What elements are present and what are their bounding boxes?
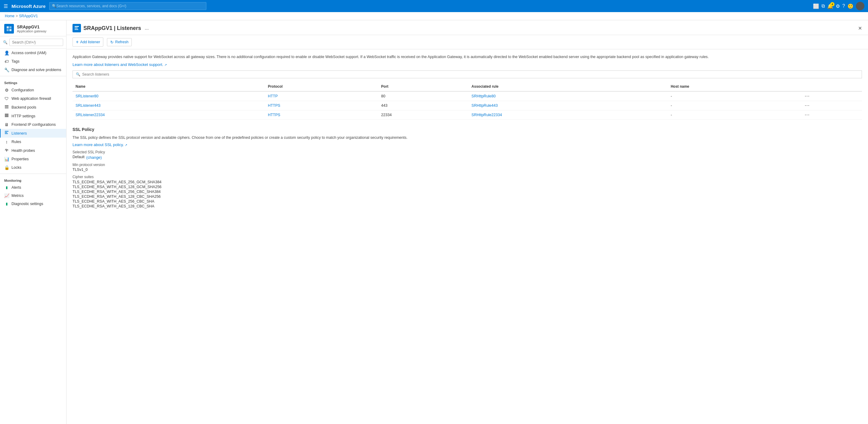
cell-port: 80 — [378, 91, 469, 101]
refresh-button[interactable]: ↻ Refresh — [107, 38, 132, 46]
cell-actions: ··· — [802, 101, 862, 110]
close-button[interactable]: ✕ — [858, 25, 862, 31]
sidebar-search-input[interactable] — [9, 39, 63, 46]
rule-link[interactable]: SRHttpRule80 — [472, 94, 496, 98]
sidebar: SRAppGV1 Application gateway 🔍 👤 Access … — [0, 20, 66, 424]
sidebar-item-diagnostic-settings[interactable]: ▮ Diagnostic settings — [0, 200, 66, 208]
page-title-text: SRAppGV1 | Listeners — [83, 25, 141, 31]
global-search-box[interactable]: 🔍 — [49, 2, 206, 10]
row-more-button[interactable]: ··· — [805, 104, 810, 108]
sidebar-item-alerts[interactable]: ▮ Alerts — [0, 183, 66, 192]
listener-name-link[interactable]: SRListener443 — [75, 104, 101, 108]
cipher-item: TLS_ECDHE_RSA_WITH_AES_256_CBC_SHA — [72, 199, 862, 204]
access-control-icon: 👤 — [4, 51, 9, 55]
listener-name-link[interactable]: SRListener80 — [75, 94, 98, 98]
sidebar-item-label: Frontend IP configurations — [11, 122, 56, 127]
cell-name: SRListener22334 — [72, 110, 265, 119]
cell-hostname: - — [668, 91, 802, 101]
ssl-policy-title: SSL Policy — [72, 127, 862, 132]
sidebar-search-box[interactable]: 🔍 — [0, 36, 66, 49]
sidebar-item-tags[interactable]: 🏷 Tags — [0, 57, 66, 66]
svg-rect-15 — [74, 28, 78, 28]
sidebar-item-listeners[interactable]: Listeners — [0, 129, 66, 138]
min-proto-label: Min protocol version — [72, 163, 862, 167]
configuration-icon: ⚙ — [4, 88, 9, 92]
sidebar-item-properties[interactable]: 📊 Properties — [0, 155, 66, 163]
col-protocol: Protocol — [265, 82, 378, 91]
ssl-policy-desc: The SSL policy defines the SSL protocol … — [72, 135, 862, 141]
hamburger-icon[interactable]: ☰ — [4, 3, 8, 9]
sidebar-item-label: Locks — [11, 165, 22, 170]
sidebar-item-diagnose[interactable]: 🔧 Diagnose and solve problems — [0, 66, 66, 74]
rule-link[interactable]: SRHttpRule443 — [472, 104, 498, 108]
cipher-item: TLS_ECDHE_RSA_WITH_AES_128_GCM_SHA256 — [72, 185, 862, 189]
breadcrumb-resource[interactable]: SRAppGV1 — [19, 14, 38, 18]
sidebar-divider-1 — [0, 76, 66, 76]
sidebar-item-locks[interactable]: 🔒 Locks — [0, 163, 66, 172]
sidebar-item-label: Backend pools — [11, 105, 36, 110]
rule-link[interactable]: SRHttpRule22334 — [472, 113, 502, 117]
selected-ssl-value: Default — [72, 155, 85, 159]
sidebar-header: SRAppGV1 Application gateway — [0, 20, 66, 36]
listeners-table-body: SRListener80 HTTP 80 SRHttpRule80 - ··· … — [72, 91, 862, 120]
feedback-smile-icon[interactable]: 🙂 — [847, 3, 854, 9]
sidebar-divider-2 — [0, 174, 66, 174]
cipher-item: TLS_ECDHE_RSA_WITH_AES_256_GCM_SHA384 — [72, 180, 862, 185]
sidebar-item-metrics[interactable]: 📈 Metrics — [0, 192, 66, 200]
notification-icon[interactable]: 🔔 4 — [827, 3, 833, 9]
add-listener-label: Add listener — [80, 40, 100, 44]
svg-rect-2 — [7, 29, 9, 31]
sidebar-item-access-control[interactable]: 👤 Access control (IAM) — [0, 49, 66, 57]
cipher-item: TLS_ECDHE_RSA_WITH_AES_128_CBC_SHA256 — [72, 194, 862, 199]
protocol-value: HTTP — [268, 94, 278, 98]
main-area: SRAppGV1 Application gateway 🔍 👤 Access … — [0, 20, 868, 424]
avatar[interactable] — [856, 2, 864, 10]
cell-rule: SRHttpRule80 — [469, 91, 668, 101]
sidebar-item-frontend-ip[interactable]: 🖥 Frontend IP configurations — [0, 120, 66, 129]
row-more-button[interactable]: ··· — [805, 94, 810, 98]
sidebar-item-rules[interactable]: ↕ Rules — [0, 138, 66, 146]
cipher-suites-label: Cipher suites — [72, 175, 862, 179]
listeners-icon — [4, 131, 9, 136]
cloud-shell-icon[interactable]: ⬜ — [813, 3, 819, 9]
feedback-icon[interactable]: ⧉ — [822, 3, 825, 9]
sidebar-item-backend-pools[interactable]: Backend pools — [0, 103, 66, 112]
svg-rect-8 — [5, 115, 8, 115]
refresh-icon: ↻ — [110, 40, 114, 45]
add-icon: + — [76, 39, 79, 45]
cell-protocol: HTTPS — [265, 110, 378, 119]
ssl-change-link[interactable]: (change) — [86, 155, 102, 160]
svg-rect-3 — [9, 29, 11, 31]
table-row: SRListener80 HTTP 80 SRHttpRule80 - ··· — [72, 91, 862, 101]
breadcrumb-sep1: > — [16, 14, 18, 18]
sidebar-item-waf[interactable]: 🛡 Web application firewall — [0, 94, 66, 103]
listener-name-link[interactable]: SRListener22334 — [75, 113, 105, 117]
learn-more-link[interactable]: Learn more about listeners and WebSocket… — [72, 62, 167, 67]
cell-name: SRListener443 — [72, 101, 265, 110]
sidebar-item-health-probes[interactable]: Health probes — [0, 146, 66, 155]
ssl-learn-more-text: Learn more about SSL policy. — [72, 142, 124, 147]
row-more-button[interactable]: ··· — [805, 113, 810, 117]
diagnose-icon: 🔧 — [4, 67, 9, 72]
more-options-button[interactable]: ... — [145, 25, 149, 31]
sidebar-item-label: Rules — [11, 140, 21, 144]
ssl-learn-more-link[interactable]: Learn more about SSL policy. ↗ — [72, 142, 127, 147]
search-listeners-input[interactable] — [82, 72, 859, 77]
global-search-input[interactable] — [57, 4, 204, 8]
topbar: ☰ Microsoft Azure 🔍 ⬜ ⧉ 🔔 4 ⚙ ? 🙂 — [0, 0, 868, 12]
sidebar-item-http-settings[interactable]: HTTP settings — [0, 112, 66, 120]
settings-icon[interactable]: ⚙ — [836, 3, 840, 9]
sidebar-item-label: Configuration — [11, 88, 34, 92]
help-icon[interactable]: ? — [842, 3, 845, 9]
table-row: SRListener22334 HTTPS 22334 SRHttpRule22… — [72, 110, 862, 119]
sidebar-item-label: Metrics — [11, 194, 24, 198]
sidebar-item-configuration[interactable]: ⚙ Configuration — [0, 86, 66, 94]
cell-actions: ··· — [802, 110, 862, 119]
sidebar-search-icon: 🔍 — [3, 40, 7, 45]
content-body: Application Gateway provides native supp… — [66, 49, 868, 214]
search-listeners-box[interactable]: 🔍 — [72, 70, 862, 78]
cell-name: SRListener80 — [72, 91, 265, 101]
svg-rect-16 — [74, 29, 78, 30]
add-listener-button[interactable]: + Add listener — [72, 37, 103, 47]
breadcrumb-home[interactable]: Home — [5, 14, 14, 18]
